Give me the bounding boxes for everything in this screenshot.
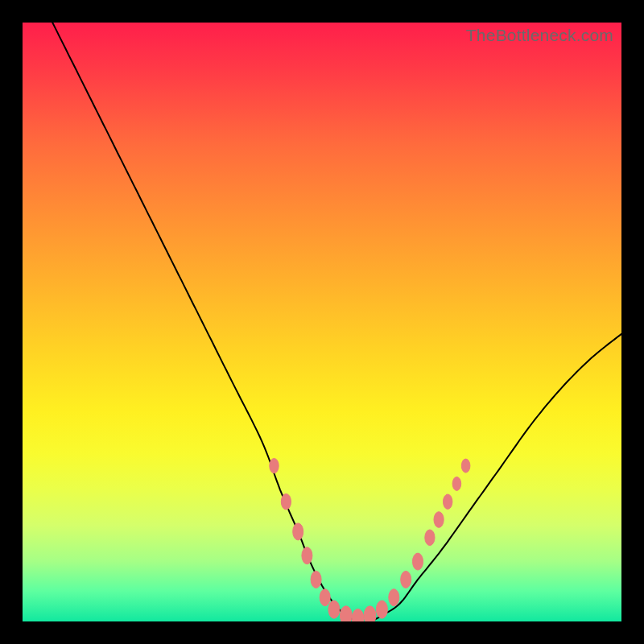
curve-marker: [320, 589, 330, 606]
chart-frame: TheBottleneck.com: [0, 0, 644, 644]
curve-marker: [461, 459, 470, 473]
curve-marker: [425, 530, 435, 546]
curve-marker: [340, 606, 352, 621]
curve-marker: [401, 571, 411, 588]
curve-marker: [389, 589, 399, 606]
curve-marker: [364, 606, 376, 621]
curve-marker: [434, 512, 444, 528]
chart-svg: [23, 23, 621, 621]
curve-marker: [328, 601, 340, 618]
curve-marker: [302, 547, 312, 564]
curve-marker: [311, 571, 321, 588]
bottleneck-curve: [52, 23, 621, 621]
curve-line: [52, 23, 621, 621]
curve-marker: [376, 601, 387, 618]
curve-marker: [444, 494, 452, 509]
curve-marker: [270, 458, 279, 473]
watermark-text: TheBottleneck.com: [466, 26, 613, 45]
curve-marker: [452, 477, 461, 490]
curve-marker: [281, 493, 291, 510]
curve-marker: [293, 523, 303, 540]
curve-markers: [270, 458, 470, 621]
curve-marker: [352, 609, 364, 622]
curve-marker: [413, 553, 423, 570]
plot-area: TheBottleneck.com: [23, 23, 621, 621]
